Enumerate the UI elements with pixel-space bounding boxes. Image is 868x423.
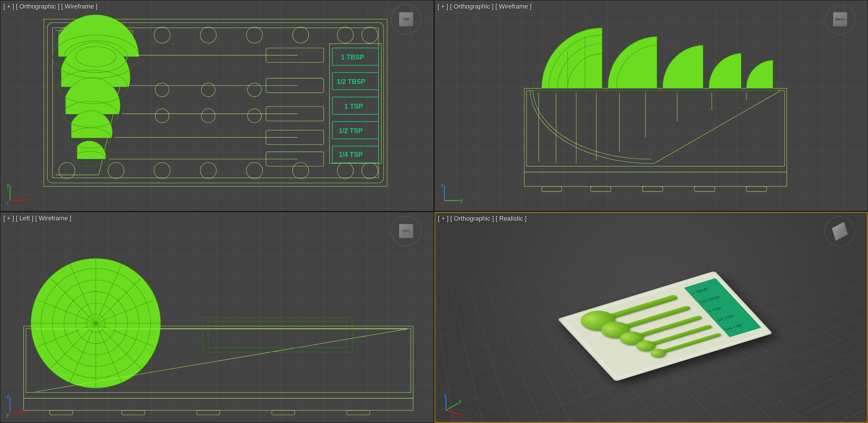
svg-text:y: y [459, 398, 461, 404]
svg-point-20 [202, 83, 215, 97]
svg-text:y: y [6, 412, 9, 417]
svg-text:z: z [444, 395, 446, 398]
svg-rect-85 [24, 398, 413, 410]
viewport-label[interactable]: [ + ] [ Orthographic ] [ Realistic ] [438, 215, 527, 222]
axis-gizmo-icon: x y z [6, 183, 29, 206]
svg-point-13 [154, 162, 170, 178]
svg-text:x: x [26, 197, 28, 203]
svg-line-115 [446, 410, 460, 415]
svg-point-19 [155, 83, 169, 97]
svg-rect-53 [524, 89, 787, 172]
vp-menu-shade[interactable]: [ Wireframe ] [496, 3, 532, 10]
svg-point-15 [246, 162, 262, 178]
svg-point-10 [362, 27, 378, 43]
vp-menu-view[interactable]: [ Orthographic ] [450, 3, 494, 10]
axis-gizmo-icon: z y x [440, 183, 463, 206]
svg-point-22 [155, 109, 169, 123]
viewcube-face[interactable]: TOP [399, 12, 413, 26]
viewcube[interactable]: BACK [830, 9, 850, 29]
svg-point-21 [247, 83, 261, 97]
viewcube[interactable]: TOP [396, 9, 416, 29]
vp-menu-shade[interactable]: [ Wireframe ] [61, 3, 97, 10]
vp-menu-view[interactable]: [ Orthographic ] [451, 215, 494, 222]
svg-rect-108 [208, 322, 347, 348]
svg-rect-107 [203, 317, 353, 352]
vp-menu-plus[interactable]: [ + ] [3, 215, 14, 222]
svg-rect-54 [527, 91, 784, 166]
spoon-label: 1/4 TSP [339, 151, 363, 158]
svg-text:x: x [26, 409, 28, 415]
svg-point-6 [200, 27, 216, 43]
viewport-label[interactable]: [ + ] [ Orthographic ] [ Wireframe ] [3, 3, 97, 10]
vp-menu-plus[interactable]: [ + ] [438, 3, 448, 10]
vp-menu-shade[interactable]: [ Realistic ] [496, 215, 527, 222]
viewcube-face[interactable]: BACK [833, 12, 847, 26]
vp-menu-plus[interactable]: [ + ] [3, 3, 14, 10]
viewcube-face[interactable]: LEFT [399, 224, 413, 238]
viewcube[interactable] [830, 221, 850, 241]
svg-text:y: y [7, 183, 9, 188]
wireframe-left [1, 213, 433, 423]
svg-rect-88 [196, 410, 220, 415]
svg-rect-55 [524, 172, 787, 187]
svg-rect-90 [347, 410, 370, 415]
axis-gizmo-icon: z x y [440, 395, 463, 418]
spoon-label: 1 TSP [344, 103, 363, 110]
svg-rect-86 [50, 410, 73, 415]
svg-point-9 [337, 27, 353, 43]
svg-point-18 [362, 162, 378, 178]
svg-rect-59 [694, 187, 715, 192]
svg-rect-87 [122, 410, 145, 415]
svg-point-5 [154, 27, 170, 43]
wireframe-back [435, 1, 868, 211]
wireframe-top: 1 TBSP 1/2 TBSP 1 TSP 1/2 TSP 1/4 TSP [1, 1, 433, 211]
svg-text:x: x [441, 200, 443, 206]
svg-text:z: z [7, 395, 9, 399]
svg-point-16 [292, 162, 309, 178]
vp-menu-view[interactable]: [ Orthographic ] [16, 3, 60, 10]
spoon-label: 1 TBSP [341, 54, 364, 61]
spoon-label: 1/2 TSP [339, 127, 363, 134]
svg-rect-60 [746, 187, 766, 192]
axis-gizmo-icon: z x y [6, 395, 29, 418]
viewport-left[interactable]: [ + ] [ Left ] [ Wireframe ] [0, 212, 434, 423]
svg-text:y: y [460, 197, 463, 203]
viewport-label[interactable]: [ + ] [ Orthographic ] [ Wireframe ] [438, 3, 532, 10]
viewport-quad: [ + ] [ Orthographic ] [ Wireframe ] [0, 0, 868, 423]
svg-point-8 [292, 27, 309, 43]
svg-point-14 [200, 162, 216, 178]
svg-point-11 [59, 162, 75, 178]
svg-line-116 [446, 403, 458, 410]
svg-point-12 [108, 162, 124, 178]
svg-text:z: z [6, 200, 9, 206]
svg-rect-56 [541, 187, 562, 192]
svg-point-24 [247, 109, 261, 123]
vp-menu-view[interactable]: [ Left ] [16, 215, 33, 222]
svg-point-17 [337, 162, 353, 178]
svg-point-7 [246, 27, 262, 43]
svg-text:z: z [441, 183, 443, 188]
vp-menu-shade[interactable]: [ Wireframe ] [35, 215, 71, 222]
svg-point-23 [202, 109, 215, 123]
viewport-back[interactable]: [ + ] [ Orthographic ] [ Wireframe ] [435, 0, 868, 211]
viewport-label[interactable]: [ + ] [ Left ] [ Wireframe ] [3, 215, 71, 222]
svg-text:x: x [460, 412, 463, 418]
viewcube[interactable]: LEFT [396, 221, 416, 241]
svg-rect-89 [272, 410, 294, 415]
vp-menu-plus[interactable]: [ + ] [438, 215, 449, 222]
svg-rect-57 [590, 187, 611, 192]
viewport-perspective[interactable]: [ + ] [ Orthographic ] [ Realistic ] 1 T… [435, 212, 868, 423]
viewport-top[interactable]: [ + ] [ Orthographic ] [ Wireframe ] [0, 0, 434, 211]
svg-rect-58 [642, 187, 662, 192]
spoon-label: 1/2 TBSP [337, 78, 365, 85]
